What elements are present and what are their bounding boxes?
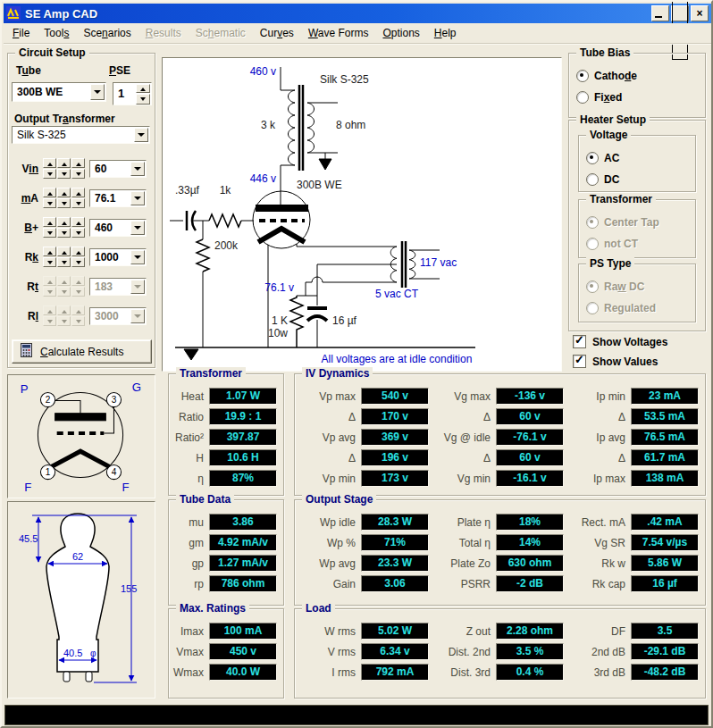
step-down-button[interactable] xyxy=(43,169,56,179)
menu-item[interactable]: Schematic xyxy=(189,24,253,42)
step-down-button[interactable] xyxy=(43,287,56,297)
radio-option[interactable]: AC xyxy=(586,147,692,169)
readout-value: 76.5 mA xyxy=(631,429,699,446)
step-up-button[interactable] xyxy=(43,276,56,286)
step-up-button[interactable] xyxy=(71,276,85,286)
parameter-row: B+ 460 xyxy=(10,216,153,238)
radio-option[interactable]: Cathode xyxy=(576,65,701,87)
readout-row: Plate η 18% xyxy=(434,514,564,531)
value-combo-dropdown-button[interactable] xyxy=(130,162,145,176)
menu-item[interactable]: Scenarios xyxy=(76,24,138,42)
menu-item[interactable]: Wave Forms xyxy=(301,24,376,42)
b-plus-voltage-label: 460 v xyxy=(250,65,276,78)
minimize-button[interactable] xyxy=(651,5,669,21)
step-down-button[interactable] xyxy=(57,169,71,179)
step-down-button[interactable] xyxy=(57,316,71,326)
value-combo[interactable]: 183 xyxy=(89,278,147,296)
menu-item[interactable]: Options xyxy=(375,24,426,42)
step-up-button[interactable] xyxy=(71,158,85,168)
arrow-up-icon xyxy=(76,189,81,196)
step-down-button[interactable] xyxy=(57,287,71,297)
tube-select[interactable]: 300B WE xyxy=(12,82,106,102)
step-up-button[interactable] xyxy=(71,188,85,197)
step-up-button[interactable] xyxy=(71,247,85,256)
step-up-button[interactable] xyxy=(43,247,56,256)
checkbox-option[interactable]: Show Voltages xyxy=(573,335,667,348)
readout-row: Vp avg 369 v xyxy=(299,429,429,446)
step-down-button[interactable] xyxy=(57,228,71,238)
menu-item[interactable]: Results xyxy=(138,24,189,42)
calculate-results-button[interactable]: Calculate Results xyxy=(12,339,152,364)
value-combo[interactable]: 3000 xyxy=(89,307,147,325)
group-title: Heater Setup xyxy=(576,113,650,126)
readout-label: mu xyxy=(173,516,209,529)
menu-item[interactable]: File xyxy=(5,24,37,42)
plate-pin-label: P xyxy=(21,382,29,396)
step-up-button[interactable] xyxy=(71,305,85,315)
step-down-button[interactable] xyxy=(71,198,85,208)
pse-up-button[interactable] xyxy=(136,84,150,93)
panel-title: Transformer xyxy=(176,367,246,380)
step-down-button[interactable] xyxy=(71,316,85,326)
output-transformer-select[interactable]: Silk S-325 xyxy=(12,126,150,144)
value-combo[interactable]: 460 xyxy=(89,219,147,237)
step-up-button[interactable] xyxy=(43,305,56,315)
close-button[interactable]: × xyxy=(691,5,709,21)
readout-row: Wp % 71% xyxy=(299,534,429,551)
value-combo-dropdown-button[interactable] xyxy=(130,191,145,205)
panel-title: Max. Ratings xyxy=(176,602,249,615)
step-up-button[interactable] xyxy=(71,217,85,227)
value-combo[interactable]: 1000 xyxy=(89,248,147,266)
panel-title: Tube Data xyxy=(176,493,234,506)
circuit-schematic: 460 v Silk S-325 3 k 8 ohm 446 v 300B WE… xyxy=(163,58,559,369)
menu-item[interactable]: Help xyxy=(427,24,464,42)
step-up-button[interactable] xyxy=(57,276,71,286)
checkbox-option[interactable]: Show Values xyxy=(573,355,658,368)
value-combo-dropdown-button[interactable] xyxy=(130,309,145,323)
step-up-button[interactable] xyxy=(57,305,71,315)
value-combo-dropdown-button[interactable] xyxy=(130,221,145,235)
step-up-button[interactable] xyxy=(43,188,56,197)
output-transformer-dropdown-button[interactable] xyxy=(134,128,148,142)
value-combo[interactable]: 60 xyxy=(89,160,147,178)
step-down-button[interactable] xyxy=(43,198,56,208)
value-steppers xyxy=(43,188,85,208)
step-down-button[interactable] xyxy=(43,257,56,267)
step-up-button[interactable] xyxy=(43,217,56,227)
pse-down-button[interactable] xyxy=(136,94,150,105)
readout-label: Δ xyxy=(299,452,361,464)
menu-item[interactable]: Tools xyxy=(37,24,76,42)
arrow-down-icon xyxy=(47,320,53,326)
readout-value: -136 v xyxy=(496,388,564,405)
step-down-button[interactable] xyxy=(71,257,85,267)
step-down-button[interactable] xyxy=(71,287,85,297)
maximize-button[interactable] xyxy=(671,5,689,21)
readout-value: 397.87 xyxy=(209,429,277,446)
readout-label: Vg min xyxy=(434,473,496,485)
arrow-up-icon xyxy=(47,307,53,314)
value-combo-dropdown-button[interactable] xyxy=(130,250,145,264)
menu-item[interactable]: Curves xyxy=(253,24,301,42)
step-up-button[interactable] xyxy=(57,247,71,256)
readout-value: 138 mA xyxy=(631,470,699,487)
diameter-symbol: φ xyxy=(90,649,96,658)
step-down-button[interactable] xyxy=(71,169,85,179)
value-combo-dropdown-button[interactable] xyxy=(130,280,145,294)
pse-spinner[interactable]: 1 xyxy=(113,82,152,105)
radio-option[interactable]: DC xyxy=(586,169,692,190)
radio-option[interactable]: Fixed xyxy=(576,87,701,108)
step-up-button[interactable] xyxy=(57,158,71,168)
step-down-button[interactable] xyxy=(57,198,71,208)
step-down-button[interactable] xyxy=(57,257,71,267)
step-down-button[interactable] xyxy=(71,228,85,238)
calculator-icon xyxy=(21,343,32,360)
step-up-button[interactable] xyxy=(57,188,71,197)
step-up-button[interactable] xyxy=(57,217,71,227)
step-down-button[interactable] xyxy=(43,228,56,238)
step-down-button[interactable] xyxy=(43,316,56,326)
value-combo[interactable]: 76.1 xyxy=(89,189,147,207)
title-bar[interactable]: SE Amp CAD × xyxy=(4,4,711,23)
tube-select-dropdown-button[interactable] xyxy=(90,84,105,100)
parameter-label: Rl xyxy=(10,310,43,322)
step-up-button[interactable] xyxy=(43,158,56,168)
